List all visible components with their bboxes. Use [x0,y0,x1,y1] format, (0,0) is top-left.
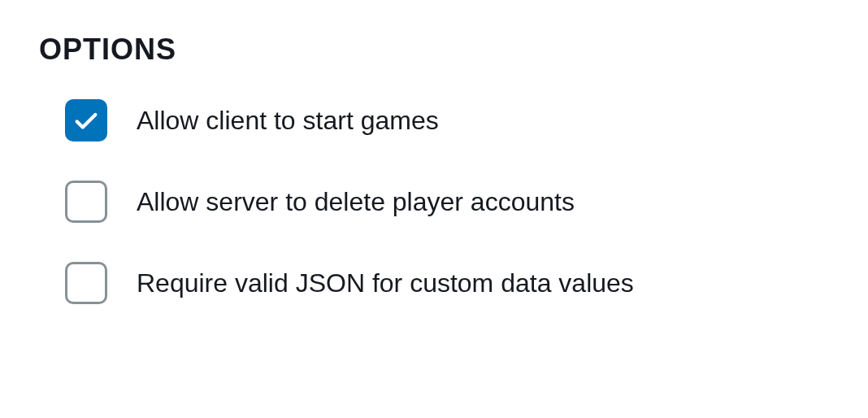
option-label: Allow client to start games [137,106,439,136]
option-allow-server-delete-accounts[interactable]: Allow server to delete player accounts [65,181,829,223]
options-list: Allow client to start games Allow server… [65,99,829,304]
option-label: Require valid JSON for custom data value… [137,268,634,298]
checkbox-require-valid-json[interactable] [65,262,107,304]
check-icon [72,107,100,134]
option-allow-client-start-games[interactable]: Allow client to start games [65,99,829,142]
option-require-valid-json[interactable]: Require valid JSON for custom data value… [65,262,829,304]
checkbox-allow-client-start-games[interactable] [65,99,107,142]
checkbox-allow-server-delete-accounts[interactable] [65,181,107,223]
options-section-title: OPTIONS [39,33,829,67]
option-label: Allow server to delete player accounts [137,187,575,217]
